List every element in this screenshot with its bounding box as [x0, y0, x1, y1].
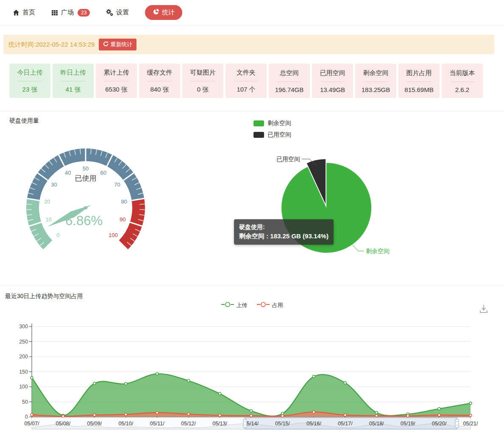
recount-label: 重新统计: [110, 41, 132, 48]
nav-item-square[interactable]: 广场 23: [51, 8, 90, 17]
stat-label: 昨日上传: [61, 69, 86, 77]
legend-label: 上传: [237, 302, 248, 309]
stat-card-total-space: 总空间196.74GB: [269, 64, 310, 98]
card-divider: [61, 81, 86, 81]
svg-text:05/17/: 05/17/: [338, 421, 353, 427]
trend-section-title: 最近30日上传趋势与空间占用: [5, 293, 83, 300]
card-divider: [320, 81, 345, 82]
stat-card-image-usage: 图片占用815.69MB: [398, 64, 440, 98]
svg-text:30: 30: [51, 182, 57, 188]
stat-value: 183.25GB: [362, 86, 390, 93]
tooltip-value: 剩余空间 : 183.25 GB (93.14%): [239, 232, 329, 241]
svg-text:已使用: 已使用: [75, 174, 97, 182]
card-divider: [148, 81, 172, 81]
nav-label: 首页: [22, 8, 35, 17]
refresh-icon: [103, 41, 109, 48]
svg-text:05/07/: 05/07/: [25, 421, 39, 427]
nav-label: 广场: [61, 8, 74, 17]
stat-card-cache-files: 缓存文件840 张: [139, 64, 180, 98]
svg-text:05/10/: 05/10/: [118, 421, 133, 427]
square-count-badge: 23: [78, 9, 90, 17]
section-divider: [0, 111, 504, 112]
nav-item-statistics-active[interactable]: 统计: [145, 5, 182, 20]
stat-label: 可疑图片: [190, 69, 216, 77]
legend-swatch-green: [253, 120, 264, 126]
stat-value: 13.49GB: [320, 86, 345, 93]
svg-text:100: 100: [109, 232, 118, 238]
legend-item-used-space[interactable]: 已用空间: [253, 131, 291, 139]
stat-card-suspicious: 可疑图片0 张: [182, 64, 223, 98]
stat-label: 剩余空间: [363, 69, 389, 77]
svg-text:250: 250: [19, 339, 28, 345]
stat-cards-row: 今日上传23 张 昨日上传41 张 累计上传6530 张 缓存文件840 张 可…: [9, 64, 483, 98]
stats-page: 首页 广场 23: [0, 0, 504, 444]
disk-usage-gauge-chart: 0102030405060708090100已使用6.86%: [19, 143, 155, 247]
stat-label: 缓存文件: [147, 69, 173, 77]
legend-label: 已用空间: [267, 131, 291, 139]
svg-text:剩余空间: 剩余空间: [366, 248, 390, 254]
svg-text:05/11/: 05/11/: [150, 421, 164, 427]
legend-item-upload[interactable]: 上传: [221, 302, 248, 309]
card-divider: [104, 81, 129, 81]
stat-label: 今日上传: [17, 69, 43, 77]
svg-text:05/13/: 05/13/: [212, 421, 227, 427]
svg-text:200: 200: [19, 354, 28, 360]
upload-trend-line-chart[interactable]: 05010015020025030005/07/05/08/05/09/05/1…: [0, 316, 504, 439]
nav-label: 统计: [162, 8, 175, 17]
grid-icon: [51, 9, 58, 16]
trend-legend: 上传 占用: [0, 302, 504, 309]
stat-value: 0 张: [197, 86, 209, 94]
svg-text:05/16/: 05/16/: [306, 421, 321, 427]
svg-text:20: 20: [44, 198, 50, 205]
svg-text:90: 90: [120, 216, 125, 223]
home-icon: [13, 9, 19, 16]
legend-label: 剩余空间: [267, 120, 291, 127]
card-divider: [407, 81, 432, 82]
disk-section-title: 硬盘使用量: [9, 117, 39, 125]
gear-icon: [106, 9, 113, 16]
datazoom-handle-right[interactable]: [455, 419, 459, 428]
svg-text:150: 150: [19, 369, 28, 375]
download-chart-icon[interactable]: [479, 304, 489, 316]
recount-button[interactable]: 重新统计: [99, 39, 136, 50]
stat-card-used-space: 已用空间13.49GB: [312, 64, 353, 98]
stat-label: 当前版本: [450, 69, 475, 77]
nav-item-home[interactable]: 首页: [13, 8, 35, 17]
card-divider: [277, 81, 302, 82]
stats-time-text: 统计时间:2022-05-22 14:53:29: [8, 41, 95, 49]
pie-chart-icon: [153, 8, 159, 17]
stat-value: 815.69MB: [404, 86, 433, 93]
line-marker-orange: [257, 302, 270, 309]
svg-text:已用空间: 已用空间: [276, 156, 300, 162]
svg-text:70: 70: [114, 182, 120, 188]
stats-time-banner: 统计时间:2022-05-22 14:53:29 重新统计: [3, 35, 494, 54]
svg-text:40: 40: [65, 170, 71, 176]
stat-label: 累计上传: [104, 69, 129, 77]
svg-text:05/21/: 05/21/: [463, 421, 478, 427]
datazoom-handle-left[interactable]: [243, 419, 247, 428]
svg-text:0: 0: [56, 232, 59, 238]
legend-swatch-dark: [253, 132, 264, 138]
svg-text:05/09/: 05/09/: [87, 421, 102, 427]
svg-text:60: 60: [100, 170, 106, 176]
stat-value: 107 个: [237, 86, 255, 94]
card-divider: [191, 81, 215, 81]
legend-item-usage[interactable]: 占用: [257, 302, 283, 309]
svg-text:05/08/: 05/08/: [56, 421, 71, 427]
nav-item-settings[interactable]: 设置: [106, 8, 129, 17]
svg-text:50: 50: [83, 165, 89, 172]
section-divider: [0, 285, 504, 285]
legend-label: 占用: [272, 302, 283, 309]
disk-usage-pie-chart[interactable]: 已用空间剩余空间: [254, 144, 398, 267]
stat-label: 总空间: [280, 69, 299, 77]
stat-card-folders: 文件夹107 个: [226, 64, 267, 98]
svg-text:05/20/: 05/20/: [432, 421, 447, 427]
stat-value: 196.74GB: [275, 86, 304, 93]
svg-text:05/19/: 05/19/: [401, 421, 415, 427]
stat-value: 840 张: [150, 86, 169, 94]
svg-text:05/18/: 05/18/: [369, 421, 384, 427]
svg-text:6.86%: 6.86%: [65, 213, 103, 228]
svg-text:05/12/: 05/12/: [181, 421, 196, 427]
legend-item-free-space[interactable]: 剩余空间: [253, 120, 291, 127]
pie-tooltip: 硬盘使用: 剩余空间 : 183.25 GB (93.14%): [234, 219, 334, 245]
